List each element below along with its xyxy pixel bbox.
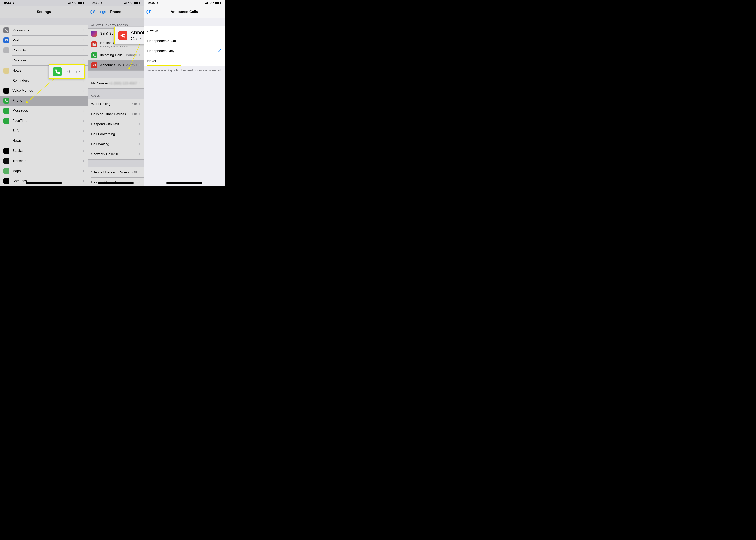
chevron-right-icon bbox=[82, 59, 84, 62]
row-my-number[interactable]: My Number +1 (555) 123-4567 bbox=[88, 78, 144, 88]
chevron-left-icon bbox=[90, 10, 92, 14]
chevron-right-icon bbox=[82, 109, 84, 112]
row-call-forwarding[interactable]: Call Forwarding bbox=[88, 129, 144, 139]
option-headphones-car[interactable]: Headphones & Car bbox=[144, 36, 225, 46]
mail-icon bbox=[3, 37, 9, 43]
status-time: 9:33 bbox=[92, 1, 99, 5]
section-header-allow: Allow Phone to Access bbox=[88, 18, 144, 28]
row-label: Contacts bbox=[12, 49, 82, 53]
home-indicator bbox=[98, 183, 134, 184]
panel-settings: 9:33 Settings PasswordsMailContactsCalen… bbox=[0, 0, 88, 186]
calls-list: Wi-Fi CallingOnCalls on Other DevicesOnR… bbox=[88, 99, 144, 160]
news-icon bbox=[3, 138, 9, 144]
phone-icon bbox=[91, 52, 97, 58]
section-header-calls: Calls bbox=[88, 88, 144, 99]
settings-row-voice-memos[interactable]: Voice Memos bbox=[0, 85, 88, 96]
stocks-icon bbox=[3, 148, 9, 154]
wifi-icon bbox=[129, 2, 133, 5]
row-label: Messages bbox=[12, 109, 82, 113]
row-label: Voice Memos bbox=[12, 88, 82, 93]
chevron-right-icon bbox=[139, 153, 140, 156]
settings-row-safari[interactable]: Safari bbox=[0, 126, 88, 136]
chevron-right-icon bbox=[139, 64, 140, 67]
settings-row-compass[interactable]: Compass bbox=[0, 176, 88, 186]
row-label: FaceTime bbox=[12, 119, 82, 123]
wifi-icon bbox=[72, 2, 76, 5]
row-calls-other-devices[interactable]: Calls on Other DevicesOn bbox=[88, 109, 144, 119]
row-wifi-calling[interactable]: Wi-Fi CallingOn bbox=[88, 99, 144, 109]
row-call-waiting[interactable]: Call Waiting bbox=[88, 139, 144, 149]
voice-memos-icon bbox=[3, 87, 9, 94]
settings-row-passwords[interactable]: Passwords bbox=[0, 25, 88, 35]
status-bar: 9:33 bbox=[88, 0, 144, 6]
page-title: Phone bbox=[110, 10, 121, 14]
chevron-right-icon bbox=[82, 49, 84, 52]
row-label: Phone bbox=[12, 99, 82, 103]
settings-row-phone[interactable]: Phone bbox=[0, 96, 88, 106]
row-label: Siri & Search bbox=[100, 32, 139, 36]
row-blocked-contacts[interactable]: Blocked Contacts bbox=[88, 177, 144, 186]
options-list: AlwaysHeadphones & CarHeadphones OnlyNev… bbox=[144, 26, 225, 66]
settings-row-translate[interactable]: Translate bbox=[0, 156, 88, 166]
row-notifications[interactable]: Notifications Banners, Sounds, Badges bbox=[88, 39, 144, 50]
status-bar: 9:33 bbox=[0, 0, 88, 6]
option-always[interactable]: Always bbox=[144, 26, 225, 36]
back-button[interactable]: Phone bbox=[146, 10, 160, 14]
status-time: 9:34 bbox=[148, 1, 155, 5]
battery-icon bbox=[134, 2, 140, 4]
check-icon bbox=[217, 49, 221, 54]
home-indicator bbox=[26, 183, 62, 184]
location-icon bbox=[100, 2, 103, 4]
calendar-icon bbox=[3, 58, 9, 64]
chevron-right-icon bbox=[82, 129, 84, 132]
row-siri-search[interactable]: Siri & Search bbox=[88, 29, 144, 39]
compass-icon bbox=[3, 178, 9, 184]
chevron-right-icon bbox=[82, 159, 84, 163]
row-sublabel: Banners, Sounds, Badges bbox=[100, 45, 139, 48]
row-label: Reminders bbox=[12, 78, 82, 82]
row-silence-unknown[interactable]: Silence Unknown CallersOff bbox=[88, 167, 144, 177]
settings-row-news[interactable]: News bbox=[0, 136, 88, 146]
back-button[interactable]: Settings bbox=[90, 10, 106, 14]
notifications-icon bbox=[91, 41, 97, 48]
option-headphones-only[interactable]: Headphones Only bbox=[144, 46, 225, 56]
row-value: +1 (555) 123-4567 bbox=[109, 81, 137, 85]
row-respond-with-text[interactable]: Respond with Text bbox=[88, 119, 144, 129]
chevron-right-icon bbox=[139, 171, 140, 174]
row-label: Maps bbox=[12, 169, 82, 173]
panel-announce-calls: 9:34 Phone Announce Calls AlwaysHeadphon… bbox=[144, 0, 225, 186]
option-never[interactable]: Never bbox=[144, 56, 225, 66]
status-bar: 9:34 bbox=[144, 0, 225, 6]
chevron-right-icon bbox=[139, 133, 140, 136]
battery-icon bbox=[215, 2, 221, 4]
chevron-right-icon bbox=[139, 112, 140, 116]
phone-icon bbox=[3, 98, 9, 104]
row-value: Always bbox=[126, 63, 137, 67]
row-label: Call Waiting bbox=[91, 142, 139, 146]
row-announce-calls[interactable]: Announce Calls Always bbox=[88, 60, 144, 70]
settings-row-messages[interactable]: Messages bbox=[0, 106, 88, 116]
row-incoming-calls[interactable]: Incoming Calls Banner bbox=[88, 50, 144, 60]
safari-icon bbox=[3, 128, 9, 134]
cellular-icon bbox=[123, 2, 127, 4]
cellular-icon bbox=[204, 2, 208, 4]
maps-icon bbox=[3, 168, 9, 174]
facetime-icon bbox=[3, 118, 9, 124]
chevron-right-icon bbox=[82, 79, 84, 82]
row-show-caller-id[interactable]: Show My Caller ID bbox=[88, 149, 144, 159]
back-label: Phone bbox=[149, 10, 160, 14]
settings-row-facetime[interactable]: FaceTime bbox=[0, 116, 88, 126]
row-label: Passwords bbox=[12, 28, 82, 32]
settings-row-maps[interactable]: Maps bbox=[0, 166, 88, 176]
location-icon bbox=[12, 2, 15, 4]
settings-row-contacts[interactable]: Contacts bbox=[0, 46, 88, 56]
settings-row-reminders[interactable]: Reminders bbox=[0, 75, 88, 85]
settings-row-stocks[interactable]: Stocks bbox=[0, 146, 88, 156]
row-label: News bbox=[12, 139, 82, 143]
contacts-icon bbox=[3, 48, 9, 54]
chevron-right-icon bbox=[82, 89, 84, 92]
settings-row-notes[interactable]: Notes bbox=[0, 66, 88, 75]
settings-row-mail[interactable]: Mail bbox=[0, 35, 88, 46]
nav-bar: Settings bbox=[0, 6, 88, 18]
settings-row-calendar[interactable]: Calendar bbox=[0, 56, 88, 66]
